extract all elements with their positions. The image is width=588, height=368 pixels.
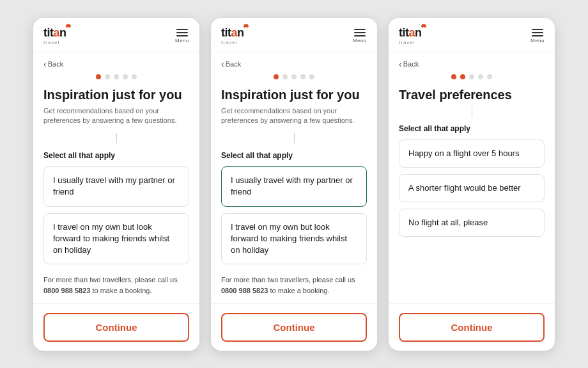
- progress-2: [221, 74, 367, 79]
- brand-bird-icon-1: [65, 24, 72, 30]
- menu-button-3[interactable]: Menu: [530, 29, 545, 44]
- brand-sub-3: travel: [399, 40, 422, 45]
- phone-suffix-1: to make a booking.: [90, 287, 151, 294]
- dot-2-2: [282, 74, 288, 79]
- dot-3-3: [469, 74, 474, 79]
- brand-bird-icon-3: [421, 24, 427, 30]
- title-2: Inspiration just for you: [221, 87, 367, 102]
- screen-1: titan travel Menu Back: [33, 18, 199, 351]
- phone-number-2: 0800 988 5823: [221, 287, 268, 294]
- subtitle-1: Get recommendations based on your prefer…: [43, 106, 189, 126]
- phone-text-2: For more than two travellers, please cal…: [221, 275, 367, 296]
- dot-2-5: [309, 74, 314, 79]
- brand-sub-1: travel: [43, 40, 66, 45]
- progress-3: [399, 74, 545, 79]
- back-link-1[interactable]: Back: [43, 59, 189, 69]
- option-2-2[interactable]: I travel on my own but look forward to m…: [221, 213, 367, 265]
- brand-sub-2: travel: [221, 40, 244, 45]
- menu-label-2: Menu: [353, 38, 367, 44]
- title-1: Inspiration just for you: [43, 87, 189, 102]
- brand-name-3: titan: [399, 26, 422, 39]
- option-3-3[interactable]: No flight at all, please: [399, 209, 545, 237]
- logo-2: titan travel: [221, 27, 244, 45]
- dot-2-4: [300, 74, 306, 79]
- phone-prefix-1: For more than two travellers, please cal…: [43, 276, 178, 284]
- dot-2-1: [274, 74, 279, 79]
- hamburger-icon-1: [176, 29, 188, 36]
- continue-button-2[interactable]: Continue: [221, 313, 367, 342]
- content-1: Back Inspiration just for you Get recomm…: [33, 52, 199, 303]
- option-2-1[interactable]: I usually travel with my partner or frie…: [221, 166, 367, 206]
- option-3-2[interactable]: A shorter flight would be better: [399, 174, 545, 202]
- logo-1: titan travel: [43, 27, 66, 45]
- menu-button-2[interactable]: Menu: [353, 29, 367, 44]
- screen-2: titan travel Menu Back: [211, 18, 377, 351]
- logo-3: titan travel: [399, 27, 422, 45]
- continue-button-1[interactable]: Continue: [43, 313, 189, 342]
- dot-1-4: [123, 74, 128, 79]
- title-3: Travel preferences: [399, 87, 545, 102]
- dot-2-3: [291, 74, 297, 79]
- menu-button-1[interactable]: Menu: [175, 29, 189, 44]
- phone-suffix-2: to make a booking.: [268, 287, 329, 294]
- content-2: Back Inspiration just for you Get recomm…: [211, 52, 377, 303]
- option-3-1[interactable]: Happy on a flight over 5 hours: [399, 140, 545, 168]
- dot-1-1: [96, 74, 101, 79]
- footer-2: Continue: [211, 303, 377, 351]
- divider-3: [472, 106, 472, 116]
- screens-container: titan travel Menu Back: [20, 5, 568, 364]
- back-link-2[interactable]: Back: [221, 59, 367, 69]
- dot-3-2: [460, 74, 465, 79]
- header-3: titan travel Menu: [389, 18, 555, 52]
- footer-3: Continue: [389, 303, 555, 351]
- subtitle-2: Get recommendations based on your prefer…: [221, 106, 367, 126]
- phone-number-1: 0800 988 5823: [43, 287, 90, 294]
- select-label-2: Select all that apply: [221, 151, 367, 160]
- back-link-3[interactable]: Back: [399, 59, 545, 69]
- dot-3-1: [451, 74, 456, 79]
- dot-1-5: [132, 74, 137, 79]
- dot-1-2: [105, 74, 110, 79]
- brand-name-1: titan: [43, 26, 66, 39]
- divider-2: [294, 133, 295, 143]
- header-1: titan travel Menu: [33, 18, 199, 52]
- footer-1: Continue: [33, 303, 199, 351]
- dot-3-5: [487, 74, 492, 79]
- divider-1: [116, 133, 117, 143]
- brand-name-2: titan: [221, 26, 244, 39]
- brand-bird-icon-2: [243, 24, 249, 30]
- option-1-1[interactable]: I usually travel with my partner or frie…: [43, 166, 189, 206]
- select-label-3: Select all that apply: [399, 124, 545, 133]
- continue-button-3[interactable]: Continue: [399, 313, 545, 342]
- progress-1: [43, 74, 189, 79]
- header-2: titan travel Menu: [211, 18, 377, 52]
- phone-prefix-2: For more than two travellers, please cal…: [221, 276, 355, 284]
- phone-text-1: For more than two travellers, please cal…: [43, 275, 189, 296]
- hamburger-icon-2: [354, 29, 366, 36]
- hamburger-icon-3: [532, 29, 543, 36]
- dot-1-3: [114, 74, 119, 79]
- menu-label-1: Menu: [175, 38, 189, 44]
- menu-label-3: Menu: [530, 38, 545, 44]
- screen-3: titan travel Menu Back: [389, 18, 555, 351]
- option-1-2[interactable]: I travel on my own but look forward to m…: [43, 213, 189, 265]
- content-3: Back Travel preferences Select all that …: [389, 52, 555, 303]
- select-label-1: Select all that apply: [43, 151, 189, 160]
- dot-3-4: [478, 74, 483, 79]
